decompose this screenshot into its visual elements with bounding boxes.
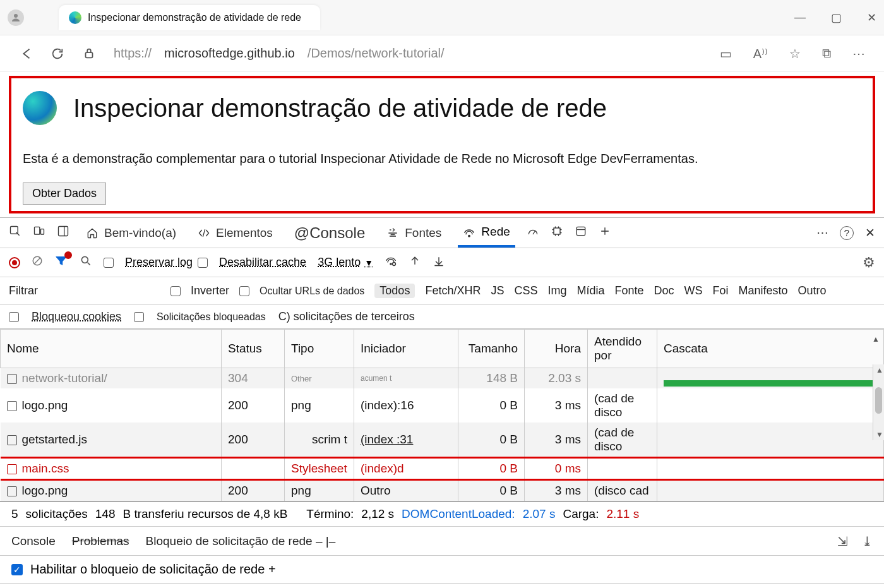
blocked-cookies-label: Bloqueou cookies <box>32 310 121 323</box>
refresh-button[interactable] <box>51 47 64 61</box>
more-button[interactable]: ⋯ <box>852 46 865 61</box>
filter-media[interactable]: Mídia <box>576 284 604 297</box>
performance-tab-icon[interactable] <box>527 225 539 241</box>
filter-other[interactable]: Outro <box>798 284 827 297</box>
app-mode-icon[interactable]: ▭ <box>720 46 732 61</box>
collections-icon[interactable]: ⧉ <box>822 46 831 61</box>
filter-font[interactable]: Fonte <box>614 284 643 297</box>
inspect-element-icon[interactable] <box>9 225 21 241</box>
col-initiator[interactable]: Iniciador <box>354 330 458 368</box>
table-row[interactable]: logo.png 200 png Outro 0 B 3 ms (disco c… <box>1 480 884 501</box>
network-summary: 5 solicitações 148 B transferiu recursos… <box>0 501 884 527</box>
filter-js[interactable]: JS <box>491 284 504 297</box>
sort-indicator-icon: ▲ <box>872 335 880 344</box>
tab-elements[interactable]: Elementos <box>193 218 278 248</box>
enable-request-blocking-row: ✓ Habilitar o bloqueio de solicitação de… <box>0 556 884 584</box>
col-type[interactable]: Tipo <box>285 330 354 368</box>
col-waterfall[interactable]: Cascata▲ <box>657 330 884 368</box>
filter-ws[interactable]: WS <box>684 284 703 297</box>
drawer-expand-icon[interactable]: ⇲ <box>837 534 848 549</box>
application-tab-icon[interactable] <box>575 225 587 241</box>
search-icon[interactable] <box>80 255 92 270</box>
close-button[interactable]: ✕ <box>867 11 876 25</box>
network-filter-row: Filtrar Inverter Ocultar URLs de dados T… <box>0 277 884 305</box>
get-data-button[interactable]: Obter Dados <box>23 183 106 205</box>
devtools-tab-strip: Bem-vindo(a) Elementos @Console Fontes R… <box>0 218 884 248</box>
profile-avatar[interactable] <box>8 9 24 26</box>
filter-doc[interactable]: Doc <box>654 284 674 297</box>
blocked-requests-label: Solicitações bloqueadas <box>157 311 266 323</box>
tab-network[interactable]: Rede <box>458 218 515 248</box>
devtools-more-button[interactable]: ⋯ <box>816 225 828 240</box>
network-settings-icon[interactable]: ⚙ <box>863 255 875 271</box>
minimize-button[interactable]: — <box>794 11 806 25</box>
blocked-pattern-row[interactable]: ✓ main.css 1 bloqueado <box>0 584 884 588</box>
clear-button[interactable] <box>32 255 43 270</box>
browser-tab[interactable]: Inspecionar demonstração de atividade de… <box>59 5 320 30</box>
svg-rect-5 <box>59 227 68 236</box>
edge-logo-icon <box>23 91 57 125</box>
filter-css[interactable]: CSS <box>514 284 537 297</box>
large-rows-checkbox[interactable] <box>104 258 114 268</box>
export-har-icon[interactable] <box>433 255 445 270</box>
table-row[interactable]: getstarted.js 200 scrim t (index :31 0 B… <box>1 423 884 458</box>
record-button[interactable] <box>9 257 20 268</box>
tab-sources[interactable]: Fontes <box>381 218 446 248</box>
col-status[interactable]: Status <box>222 330 285 368</box>
tab-console[interactable]: @Console <box>289 218 370 248</box>
col-time[interactable]: Hora <box>525 330 588 368</box>
svg-point-10 <box>81 256 88 263</box>
drawer-tab-problems[interactable]: Problemas <box>72 534 129 548</box>
table-row-blocked[interactable]: main.css Stylesheet (index)d 0 B 0 ms <box>1 458 884 480</box>
filter-all[interactable]: Todos <box>374 284 415 298</box>
hide-data-urls-checkbox[interactable] <box>239 286 249 296</box>
maximize-button[interactable]: ▢ <box>831 11 842 25</box>
filter-input[interactable]: Filtrar <box>9 284 160 297</box>
image-icon <box>7 486 17 496</box>
address-bar: https://microsoftedge.github.io/Demos/ne… <box>0 35 884 72</box>
table-scrollbar[interactable]: ▲ ▼ <box>873 364 884 440</box>
network-conditions-icon[interactable] <box>385 255 397 270</box>
svg-rect-3 <box>35 227 40 234</box>
filter-wasm[interactable]: Foi <box>713 284 729 297</box>
network-toolbar: Preservar log Desabilitar cache 3G lento… <box>0 248 884 277</box>
svg-rect-1 <box>86 52 93 57</box>
tab-welcome[interactable]: Bem-vindo(a) <box>81 218 181 248</box>
add-tab-button[interactable] <box>599 225 611 241</box>
drawer-dock-icon[interactable]: ⤓ <box>862 534 873 549</box>
throttling-select[interactable]: 3G lento▼ <box>318 256 373 269</box>
col-name[interactable]: Nome <box>1 330 222 368</box>
drawer-tab-request-blocking[interactable]: Bloqueio de solicitação de rede – |– <box>146 534 336 548</box>
url-path: /Demos/network-tutorial/ <box>308 46 445 61</box>
blocked-cookies-checkbox[interactable] <box>9 312 19 322</box>
col-size[interactable]: Tamanho <box>458 330 525 368</box>
devtools-close-button[interactable]: ✕ <box>865 225 875 240</box>
svg-rect-8 <box>576 227 585 235</box>
import-har-icon[interactable] <box>409 255 421 270</box>
url-field[interactable]: https://microsoftedge.github.io/Demos/ne… <box>114 46 702 61</box>
filter-img[interactable]: Img <box>547 284 566 297</box>
filter-manifest[interactable]: Manifesto <box>739 284 788 297</box>
drawer-tab-console[interactable]: Console <box>11 534 56 548</box>
favorites-icon[interactable]: ☆ <box>789 46 801 61</box>
invert-checkbox[interactable] <box>170 286 181 296</box>
filter-toggle-icon[interactable] <box>54 254 68 271</box>
site-info-icon[interactable] <box>82 47 96 61</box>
devtools-help-button[interactable]: ? <box>840 226 854 240</box>
back-button[interactable] <box>19 47 33 61</box>
devtools-panel: Bem-vindo(a) Elementos @Console Fontes R… <box>0 217 884 588</box>
url-scheme: https:// <box>114 46 152 61</box>
blocked-requests-checkbox[interactable] <box>134 312 144 322</box>
memory-tab-icon[interactable] <box>551 225 563 241</box>
col-served-by[interactable]: Atendido por <box>588 330 657 368</box>
preserve-log-checkbox[interactable] <box>198 258 208 268</box>
table-row[interactable]: network-tutorial/ 304 Other acumen t 148… <box>1 368 884 389</box>
table-row[interactable]: logo.png 200 png (index):16 0 B 3 ms (ca… <box>1 388 884 423</box>
enable-blocking-checkbox[interactable]: ✓ <box>11 564 23 575</box>
device-toolbar-icon[interactable] <box>33 225 45 241</box>
svg-point-0 <box>14 14 18 18</box>
filter-fetch-xhr[interactable]: Fetch/XHR <box>425 284 481 297</box>
page-content-highlight: Inspecionar demonstração de atividade de… <box>9 76 875 213</box>
read-aloud-icon[interactable]: A⁾⁾ <box>753 46 768 61</box>
dock-side-icon[interactable] <box>57 225 69 241</box>
